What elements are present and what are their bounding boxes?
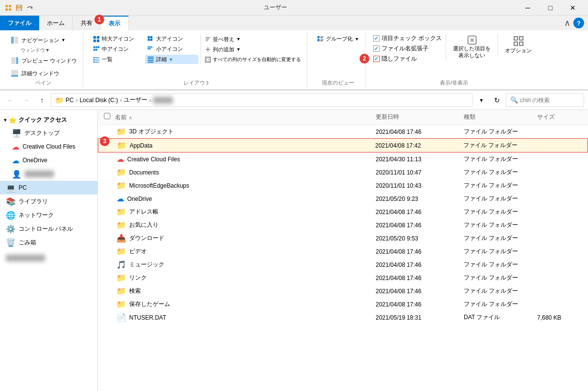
tab-view[interactable]: 表示 xyxy=(101,16,129,30)
details-pane-button[interactable]: 詳細ウィンドウ xyxy=(8,67,61,79)
file-type: DAT ファイル xyxy=(462,312,535,323)
table-row[interactable]: 🎵 ミュージック 2021/04/08 17:46 ファイル フォルダー xyxy=(98,258,588,271)
sidebar-item-recycle-bin[interactable]: 🗑️ ごみ箱 xyxy=(0,236,97,249)
sidebar-item-pc[interactable]: 💻 PC xyxy=(0,181,97,195)
file-size xyxy=(535,172,584,174)
address-path[interactable]: 📁 PC › Local Disk (C:) › ユーザー › xyxy=(51,93,473,107)
svg-rect-24 xyxy=(98,46,100,48)
sidebar-header-quick-access[interactable]: ▾ ⭐ クイック アクセス xyxy=(0,114,97,126)
table-row[interactable]: ☁ OneDrive 2021/05/20 9:23 ファイル フォルダー xyxy=(98,192,588,205)
help-chevron-icon[interactable]: ∧ xyxy=(564,18,570,28)
file-ext-toggle[interactable]: ファイル名拡張子 xyxy=(373,44,442,53)
current-view-group-label: 現在のビュー xyxy=(322,79,354,87)
file-name: リンク xyxy=(129,274,147,282)
back-button[interactable]: ← xyxy=(4,93,18,107)
maximize-button[interactable]: □ xyxy=(539,0,562,16)
help-icon[interactable]: ? xyxy=(573,18,584,28)
search-input[interactable] xyxy=(520,97,580,104)
svg-rect-14 xyxy=(93,36,96,38)
file-icon: 📁 xyxy=(116,247,126,256)
qat-icon-1[interactable] xyxy=(4,3,13,12)
group-by-btn[interactable]: グループ化▼ xyxy=(315,34,361,43)
table-row[interactable]: 📄 NTUSER.DAT 2021/05/19 18:31 DAT ファイル 7… xyxy=(98,311,588,324)
qat-redo-icon[interactable] xyxy=(25,3,34,12)
up-button[interactable]: ↑ xyxy=(35,93,49,107)
large-icon-btn[interactable]: 大アイコン xyxy=(145,34,199,43)
search-box[interactable]: 🔍 xyxy=(506,93,584,107)
item-checkbox-toggle[interactable]: 項目チェック ボックス xyxy=(373,34,442,43)
sidebar-item-blurred-bottom[interactable] xyxy=(0,251,97,265)
table-row[interactable]: 📁 お気に入り 2021/04/08 17:46 ファイル フォルダー xyxy=(98,218,588,232)
preview-pane-button[interactable]: プレビュー ウィンドウ xyxy=(8,55,79,66)
header-type[interactable]: 種類 xyxy=(462,112,535,123)
file-date: 2021/04/08 17:46 xyxy=(374,208,462,217)
table-row[interactable]: 📥 ダウンロード 2021/05/20 9:53 ファイル フォルダー xyxy=(98,232,588,245)
tab-home[interactable]: ホーム xyxy=(39,16,73,30)
svg-rect-52 xyxy=(320,37,322,38)
refresh-button[interactable]: ↻ xyxy=(490,93,504,107)
path-localdisk[interactable]: Local Disk (C:) xyxy=(80,97,118,104)
ribbon-group-pane: ナビゲーション ▼ ウィンドウ▼ プレビュー ウィンドウ 詳細ウィンドウ xyxy=(4,32,83,87)
extra-large-icon-btn[interactable]: 特大アイコン xyxy=(91,34,144,43)
address-bar-dropdown[interactable]: ▾ xyxy=(475,93,488,107)
select-all-checkbox[interactable] xyxy=(104,113,111,119)
sidebar-item-onedrive[interactable]: ☁ OneDrive xyxy=(0,153,97,167)
table-row[interactable]: ☁ Creative Cloud Files 2021/04/30 11:13 … xyxy=(98,152,588,166)
sidebar-item-user[interactable]: 👤 xyxy=(0,167,97,181)
sidebar-item-creative-cloud[interactable]: ☁ Creative Cloud Files xyxy=(0,140,97,153)
add-column-btn[interactable]: 列の追加▼ xyxy=(203,45,303,54)
small-icon-btn[interactable]: 小アイコン xyxy=(145,44,199,54)
path-users[interactable]: ユーザー xyxy=(124,96,147,104)
table-row[interactable]: 📁 AppData 2021/04/08 17:42 ファイル フォルダー xyxy=(98,138,588,152)
title-bar: ユーザー ─ □ ✕ xyxy=(0,0,588,16)
sidebar-item-desktop[interactable]: 🖥️ デスクトップ xyxy=(0,126,97,140)
svg-rect-18 xyxy=(148,36,150,38)
tab-file[interactable]: ファイル xyxy=(0,16,39,30)
header-size[interactable]: サイズ xyxy=(535,112,584,123)
selected-item-btn[interactable]: 選択した項目を表示しない xyxy=(450,34,494,60)
close-button[interactable]: ✕ xyxy=(562,0,584,16)
main-content: ▾ ⭐ クイック アクセス 🖥️ デスクトップ ☁ Creative Cloud… xyxy=(0,110,588,391)
nav-pane-button[interactable]: ナビゲーション ▼ xyxy=(8,34,68,46)
options-btn[interactable]: オプション xyxy=(502,34,535,55)
table-row[interactable]: 📁 ビデオ 2021/04/08 17:46 ファイル フォルダー xyxy=(98,245,588,258)
table-row[interactable]: 📁 リンク 2021/04/08 17:46 ファイル フォルダー xyxy=(98,271,588,284)
svg-rect-9 xyxy=(15,37,18,43)
sidebar-item-network[interactable]: 🌐 ネットワーク xyxy=(0,208,97,222)
header-name[interactable]: 名前 ∧ xyxy=(102,112,374,123)
path-dropdown-btn[interactable]: ▾ xyxy=(475,93,488,107)
sort-by-btn[interactable]: 並べ替え▼ xyxy=(203,35,303,44)
table-row[interactable]: 📁 保存したゲーム 2021/04/08 17:46 ファイル フォルダー xyxy=(98,298,588,311)
svg-rect-12 xyxy=(11,70,18,74)
table-row[interactable]: 📁 Documents 2020/11/01 10:47 ファイル フォルダー xyxy=(98,166,588,179)
file-rows-container: 📁 3D オブジェクト 2021/04/08 17:46 ファイル フォルダー … xyxy=(98,125,588,324)
svg-rect-32 xyxy=(93,57,95,58)
hidden-files-toggle[interactable]: 隠しファイル 2 xyxy=(373,55,442,63)
header-date[interactable]: 更新日時 xyxy=(374,112,462,123)
forward-button[interactable]: → xyxy=(20,93,33,107)
sidebar-item-library[interactable]: 📚 ライブラリ xyxy=(0,195,97,208)
library-icon: 📚 xyxy=(6,197,16,206)
details-view-btn[interactable]: 詳細 ▼ xyxy=(145,55,199,64)
annotation-3: 3 xyxy=(100,136,110,146)
file-size xyxy=(535,211,584,213)
minimize-button[interactable]: ─ xyxy=(517,0,539,16)
auto-resize-btn[interactable]: すべての列のサイズを自動的に変更する xyxy=(203,55,303,64)
list-view-btn[interactable]: 一覧 xyxy=(91,55,144,64)
path-user-blurred[interactable] xyxy=(153,97,173,104)
sidebar-item-control-panel[interactable]: ⚙️ コントロール パネル xyxy=(0,222,97,236)
table-row[interactable]: 📁 検索 2021/04/08 17:46 ファイル フォルダー xyxy=(98,284,588,298)
table-row[interactable]: 📁 MicrosoftEdgeBackups 2020/11/01 10:43 … xyxy=(98,179,588,192)
table-row[interactable]: 📁 3D オブジェクト 2021/04/08 17:46 ファイル フォルダー xyxy=(98,125,588,138)
svg-rect-15 xyxy=(97,36,99,38)
svg-rect-0 xyxy=(5,5,8,7)
svg-rect-27 xyxy=(148,46,149,47)
file-type: ファイル フォルダー xyxy=(462,194,535,204)
qat-save-icon[interactable] xyxy=(15,3,23,12)
svg-rect-19 xyxy=(150,36,152,38)
medium-icon-btn[interactable]: 中アイコン xyxy=(91,44,144,54)
ribbon-group-show-hide: 項目チェック ボックス ファイル名拡張子 隠しファイル 2 xyxy=(369,32,539,87)
file-name: ミュージック xyxy=(129,261,164,269)
table-row[interactable]: 📁 アドレス帳 2021/04/08 17:46 ファイル フォルダー xyxy=(98,205,588,218)
path-pc[interactable]: PC xyxy=(66,97,74,104)
